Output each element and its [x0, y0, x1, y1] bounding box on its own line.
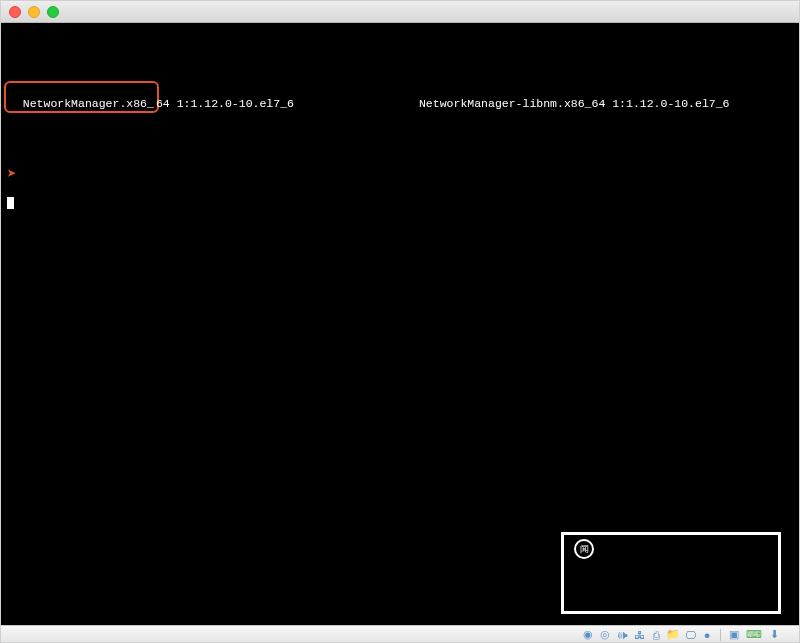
status-separator — [720, 629, 721, 641]
section-header-highlight: NetworkManager.x86_ — [4, 81, 159, 113]
terminal[interactable]: NetworkManager.x86_64 1:1.12.0-10.el7_6N… — [1, 23, 799, 625]
traffic-lights — [9, 6, 59, 18]
optical-icon[interactable]: ◎ — [598, 628, 612, 642]
shared-folder-icon[interactable]: 📁 — [666, 628, 680, 642]
usb-icon[interactable]: ⎙ — [649, 628, 663, 642]
maximize-button[interactable] — [47, 6, 59, 18]
cursor — [7, 197, 14, 209]
titlebar — [1, 1, 799, 23]
dep-first-remainder: 64 1:1.12.0-10.el7_6 — [156, 97, 294, 110]
minimize-button[interactable] — [28, 6, 40, 18]
statusbar: ◉ ◎ 🕪 🖧 ⎙ 📁 🖵 ● ▣ ⌨ ⬇ — [1, 625, 799, 643]
display-icon[interactable]: 🖵 — [683, 628, 697, 642]
vm-status-icons: ◉ ◎ 🕪 🖧 ⎙ 📁 🖵 ● — [581, 628, 714, 642]
dep-first-right: NetworkManager-libnm.x86_64 1:1.12.0-10.… — [419, 97, 730, 110]
keyboard-capture-icon[interactable]: ⌨ — [747, 628, 761, 642]
mouse-capture-icon[interactable]: ▣ — [727, 628, 741, 642]
disk-icon[interactable]: ◉ — [581, 628, 595, 642]
audio-icon[interactable]: 🕪 — [615, 628, 629, 642]
close-button[interactable] — [9, 6, 21, 18]
recording-icon[interactable]: ● — [700, 628, 714, 642]
network-icon[interactable]: 🖧 — [632, 628, 646, 642]
arrow-icon: ➤ — [7, 166, 17, 184]
left-arrow-icon: ⬇ — [767, 628, 781, 642]
